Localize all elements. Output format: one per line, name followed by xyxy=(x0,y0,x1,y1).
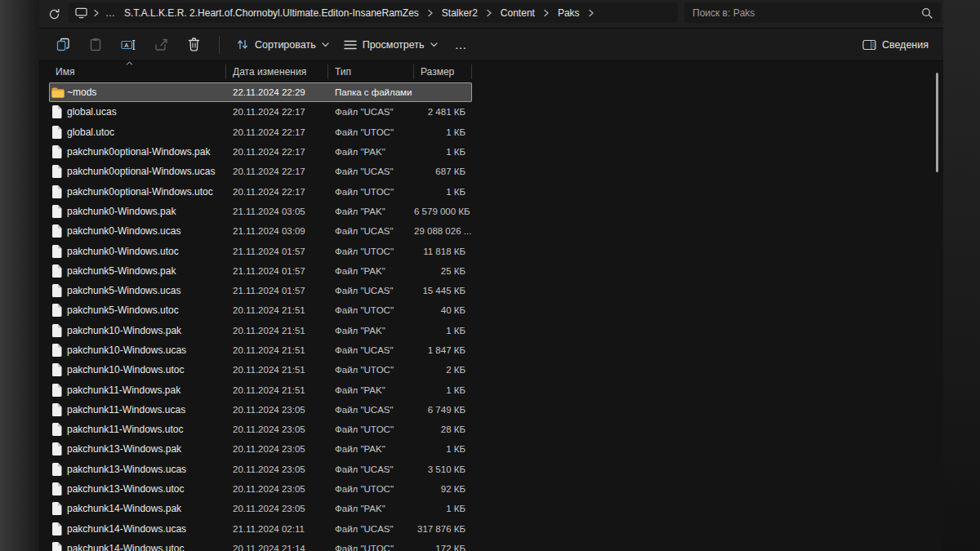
file-name: pakchunk13-Windows.pak xyxy=(67,443,226,455)
table-row[interactable]: pakchunk14-Windows.utoc 20.11.2024 21:14… xyxy=(49,539,472,551)
breadcrumb-item-stalker2[interactable]: Stalker2 xyxy=(439,6,480,20)
chevron-right-icon xyxy=(427,9,434,17)
file-name: pakchunk10-Windows.ucas xyxy=(67,344,226,356)
file-icon xyxy=(51,145,62,158)
refresh-button[interactable] xyxy=(44,5,64,23)
table-row[interactable]: pakchunk0optional-Windows.pak 20.11.2024… xyxy=(49,142,472,162)
table-row[interactable]: pakchunk10-Windows.pak 20.11.2024 21:51 … xyxy=(49,321,472,340)
chevron-down-icon xyxy=(322,42,329,47)
details-pane-button[interactable]: Сведения xyxy=(856,33,935,57)
breadcrumb-item-content[interactable]: Content xyxy=(498,6,537,20)
file-type: Файл "UTOC" xyxy=(328,544,414,551)
file-date-modified: 20.11.2024 21:51 xyxy=(226,385,328,395)
table-row[interactable]: pakchunk11-Windows.pak 20.11.2024 21:51 … xyxy=(49,380,472,399)
file-date-modified: 21.11.2024 01:57 xyxy=(226,247,328,256)
share-button[interactable] xyxy=(145,33,176,57)
paste-button[interactable] xyxy=(80,33,111,57)
rename-button[interactable]: A xyxy=(113,33,144,57)
file-size: 2 481 КБ xyxy=(414,107,472,117)
table-row[interactable]: pakchunk0optional-Windows.ucas 20.11.202… xyxy=(49,162,472,181)
table-row[interactable]: pakchunk13-Windows.ucas 20.11.2024 23:05… xyxy=(49,460,472,479)
this-pc-icon xyxy=(75,7,87,19)
file-date-modified: 20.11.2024 21:51 xyxy=(226,365,328,375)
table-row[interactable]: pakchunk10-Windows.ucas 20.11.2024 21:51… xyxy=(49,340,472,360)
file-date-modified: 20.11.2024 22:17 xyxy=(226,107,328,117)
file-date-modified: 21.11.2024 02:11 xyxy=(226,524,328,534)
sort-button[interactable]: Сортировать xyxy=(229,33,336,57)
table-row[interactable]: pakchunk0-Windows.utoc 21.11.2024 01:57 … xyxy=(49,241,472,260)
breadcrumb-item-root[interactable]: S.T.A.L.K.E.R. 2.Heart.of.Chornobyl.Ulti… xyxy=(122,6,421,20)
copy-button[interactable] xyxy=(47,33,78,57)
file-name: pakchunk13-Windows.utoc xyxy=(67,483,226,495)
file-icon xyxy=(51,126,62,139)
file-type: Файл "PAK" xyxy=(328,326,414,335)
file-date-modified: 20.11.2024 23:05 xyxy=(226,444,328,454)
table-row[interactable]: ~mods 22.11.2024 22:29 Папка с файлами xyxy=(49,82,472,102)
table-row[interactable]: pakchunk0-Windows.pak 21.11.2024 03:05 Ф… xyxy=(49,202,472,221)
file-date-modified: 20.11.2024 21:51 xyxy=(226,326,328,335)
file-size: 6 749 КБ xyxy=(414,405,472,415)
file-type: Файл "UTOC" xyxy=(328,305,414,315)
file-name: ~mods xyxy=(67,87,226,98)
file-size: 1 847 КБ xyxy=(414,345,472,355)
vertical-scrollbar[interactable] xyxy=(936,73,938,172)
file-date-modified: 20.11.2024 22:17 xyxy=(226,167,328,176)
chevron-right-icon xyxy=(588,9,595,17)
table-row[interactable]: pakchunk0optional-Windows.utoc 20.11.202… xyxy=(49,181,472,201)
table-row[interactable]: pakchunk11-Windows.utoc 20.11.2024 23:05… xyxy=(49,420,472,439)
column-header-size[interactable]: Размер xyxy=(414,64,472,79)
file-list: ~mods 22.11.2024 22:29 Папка с файлами g… xyxy=(49,82,472,551)
column-header-date-modified[interactable]: Дата изменения xyxy=(226,64,328,79)
refresh-icon xyxy=(48,8,60,20)
column-header-name[interactable]: Имя xyxy=(49,64,226,79)
breadcrumb-item-paks[interactable]: Paks xyxy=(555,6,582,20)
chevron-down-icon xyxy=(430,42,438,47)
table-row[interactable]: pakchunk11-Windows.ucas 20.11.2024 23:05… xyxy=(49,400,472,420)
file-date-modified: 21.11.2024 01:57 xyxy=(226,266,328,276)
svg-text:A: A xyxy=(124,41,128,48)
column-header-type[interactable]: Тип xyxy=(328,64,414,79)
file-type: Файл "UTOC" xyxy=(328,127,414,137)
file-date-modified: 20.11.2024 21:14 xyxy=(226,544,328,551)
file-type: Файл "UTOC" xyxy=(328,424,414,434)
file-type: Файл "UCAS" xyxy=(328,524,414,534)
file-type: Файл "PAK" xyxy=(328,207,414,216)
file-icon xyxy=(51,463,62,476)
search-input[interactable] xyxy=(693,7,921,19)
table-row[interactable]: pakchunk5-Windows.pak 21.11.2024 01:57 Ф… xyxy=(49,261,472,281)
file-icon xyxy=(51,304,62,317)
table-row[interactable]: pakchunk0-Windows.ucas 21.11.2024 03:09 … xyxy=(49,221,472,241)
more-options-button[interactable]: … xyxy=(446,33,477,57)
toolbar-divider xyxy=(219,36,220,54)
file-size: 687 КБ xyxy=(414,167,472,176)
search-box xyxy=(684,2,941,23)
file-size: 11 818 КБ xyxy=(414,247,472,256)
table-row[interactable]: pakchunk5-Windows.ucas 21.11.2024 01:57 … xyxy=(49,281,472,300)
file-name: pakchunk10-Windows.utoc xyxy=(67,364,226,375)
table-row[interactable]: pakchunk5-Windows.utoc 20.11.2024 21:51 … xyxy=(49,300,472,320)
file-type: Файл "PAK" xyxy=(328,444,414,454)
table-row[interactable]: pakchunk14-Windows.pak 20.11.2024 23:05 … xyxy=(49,499,472,518)
table-row[interactable]: pakchunk14-Windows.ucas 21.11.2024 02:11… xyxy=(49,519,472,539)
view-button[interactable]: Просмотреть xyxy=(337,33,444,57)
breadcrumb-overflow[interactable]: … xyxy=(105,7,116,19)
delete-button[interactable] xyxy=(178,33,209,57)
file-icon xyxy=(51,442,62,455)
left-desktop-strip xyxy=(0,0,39,551)
file-size: 1 КБ xyxy=(414,147,472,157)
table-row[interactable]: pakchunk10-Windows.utoc 20.11.2024 21:51… xyxy=(49,360,472,380)
table-row[interactable]: global.ucas 20.11.2024 22:17 Файл "UCAS"… xyxy=(49,102,472,122)
file-type: Файл "UTOC" xyxy=(328,187,414,197)
file-name: pakchunk5-Windows.utoc xyxy=(67,304,226,316)
table-row[interactable]: global.utoc 20.11.2024 22:17 Файл "UTOC"… xyxy=(49,122,472,142)
file-pane: Имя Дата изменения Тип Размер ~mods 22.1… xyxy=(39,61,943,551)
file-date-modified: 20.11.2024 21:51 xyxy=(226,305,328,315)
file-date-modified: 21.11.2024 01:57 xyxy=(226,286,328,295)
file-date-modified: 20.11.2024 22:17 xyxy=(226,187,328,197)
breadcrumb[interactable]: … S.T.A.L.K.E.R. 2.Heart.of.Chornobyl.Ul… xyxy=(69,2,678,23)
table-row[interactable]: pakchunk13-Windows.pak 20.11.2024 23:05 … xyxy=(49,439,472,459)
table-row[interactable]: pakchunk13-Windows.utoc 20.11.2024 23:05… xyxy=(49,479,472,499)
file-type: Файл "PAK" xyxy=(328,504,414,513)
file-date-modified: 21.11.2024 03:05 xyxy=(226,207,328,216)
file-name: global.utoc xyxy=(67,127,226,138)
